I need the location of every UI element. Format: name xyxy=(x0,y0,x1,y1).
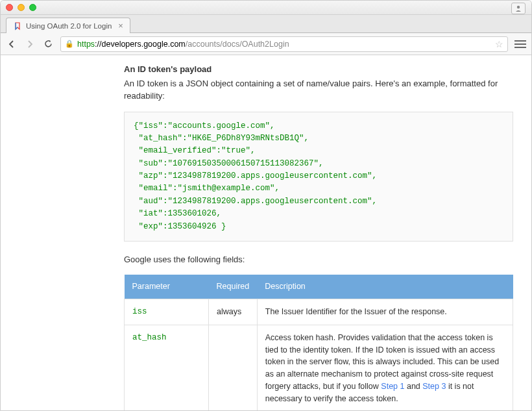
page-content: An ID token's payload An ID token is a J… xyxy=(1,55,531,411)
required-cell: always xyxy=(209,299,258,325)
browser-tab[interactable]: Using OAuth 2.0 for Login × xyxy=(6,18,130,33)
param-cell: at_hash xyxy=(125,325,209,411)
user-icon xyxy=(514,5,522,12)
close-window-button[interactable] xyxy=(6,4,13,11)
traffic-lights xyxy=(6,4,36,11)
code-block: {"iss":"accounts.google.com", "at_hash":… xyxy=(124,112,513,242)
window-titlebar xyxy=(1,1,531,15)
description-cell: The Issuer Identifier for the Issuer of … xyxy=(257,299,513,325)
section-intro: An ID token is a JSON object containing … xyxy=(124,77,513,103)
back-button[interactable] xyxy=(6,38,18,50)
param-cell: iss xyxy=(125,299,209,325)
table-header-description: Description xyxy=(257,275,513,299)
lock-icon: 🔒 xyxy=(65,40,74,48)
fields-intro: Google uses the following fields: xyxy=(124,253,513,266)
description-cell: Access token hash. Provides validation t… xyxy=(257,325,513,411)
user-menu-button[interactable] xyxy=(511,3,526,14)
maximize-window-button[interactable] xyxy=(29,4,36,11)
bookmark-star-icon[interactable]: ☆ xyxy=(495,39,503,49)
tab-title: Using OAuth 2.0 for Login xyxy=(26,22,112,30)
menu-button[interactable] xyxy=(514,40,526,48)
table-header-parameter: Parameter xyxy=(125,275,209,299)
section-heading: An ID token's payload xyxy=(124,63,513,76)
table-header-required: Required xyxy=(209,275,258,299)
minimize-window-button[interactable] xyxy=(18,4,25,11)
table-row: at_hashAccess token hash. Provides valid… xyxy=(125,325,513,411)
browser-window: Using OAuth 2.0 for Login × 🔒 https://de… xyxy=(0,0,532,411)
required-cell xyxy=(209,325,258,411)
tab-strip: Using OAuth 2.0 for Login × xyxy=(1,15,531,33)
url-text: https://developers.google.com/accounts/d… xyxy=(77,40,289,49)
forward-button[interactable] xyxy=(24,38,36,50)
reload-button[interactable] xyxy=(42,38,54,50)
close-tab-button[interactable]: × xyxy=(118,21,123,31)
favicon-icon xyxy=(13,21,22,31)
table-row: issalwaysThe Issuer Identifier for the I… xyxy=(125,299,513,325)
url-input[interactable]: 🔒 https://developers.google.com/accounts… xyxy=(60,36,508,52)
fields-table: Parameter Required Description issalways… xyxy=(124,275,513,411)
svg-point-0 xyxy=(517,6,520,8)
address-bar: 🔒 https://developers.google.com/accounts… xyxy=(1,33,531,55)
